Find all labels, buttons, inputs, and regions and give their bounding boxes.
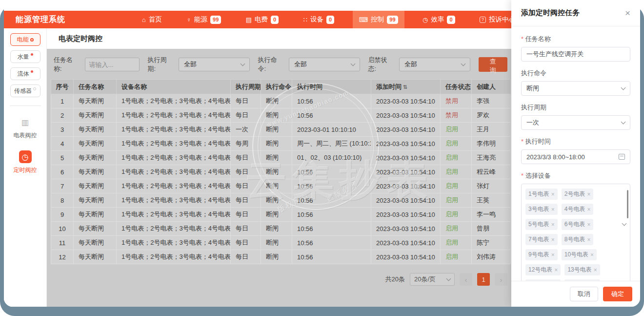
query-button[interactable]: 查询 bbox=[479, 57, 507, 72]
device-tag: 12号电表× bbox=[525, 264, 561, 275]
drawer-time-input[interactable]: 2023/3/3 8:00~18:00 bbox=[521, 149, 630, 164]
period-value: 一次 bbox=[526, 118, 539, 127]
bill-icon: ▤ bbox=[246, 16, 252, 23]
tag-remove-icon[interactable]: × bbox=[551, 222, 555, 228]
sidebar-item-timer-valve[interactable]: ◷定时阀控 bbox=[14, 150, 37, 174]
cell-status: 启用 bbox=[441, 222, 472, 236]
table-row[interactable]: 9每天断闸1号电表；2号电表；3号电表；4号电表；5号...每日断闸10:562… bbox=[51, 208, 511, 222]
page-size-select[interactable]: 20条/页 bbox=[410, 273, 455, 286]
nav-item-control[interactable]: ⌨控制99 bbox=[353, 11, 404, 28]
drawer-command-select[interactable]: 断闸 bbox=[521, 81, 630, 96]
table-row[interactable]: 11每天断闸1号电表；2号电表；3号电表；4号电表；5号...每日断闸10:56… bbox=[51, 236, 511, 250]
status-select-value: 全部 bbox=[404, 60, 417, 69]
drawer-task-name-input[interactable]: 一号生产线空调开关 bbox=[521, 47, 630, 62]
cell-period: 每周 bbox=[231, 137, 261, 151]
nav-item-label: 电费 bbox=[255, 15, 268, 24]
cell-task-name: 每天断闸 bbox=[74, 179, 117, 193]
cell-time: 10:56 bbox=[292, 165, 371, 179]
current-page-button[interactable]: 1 bbox=[477, 273, 490, 286]
period-select[interactable]: 全部 bbox=[179, 58, 249, 71]
sidebar-item-sensor[interactable]: 传感器 bbox=[10, 84, 40, 97]
scrollbar-thumb[interactable] bbox=[627, 190, 628, 218]
cell-task-name: 每天断闸 bbox=[74, 108, 117, 123]
nav-item-fee[interactable]: ▤电费0 bbox=[240, 11, 285, 28]
next-page-button[interactable]: › bbox=[495, 273, 507, 286]
device-tag-label: 4号电表 bbox=[564, 205, 585, 213]
device-tag: 8号电表× bbox=[562, 234, 594, 245]
drawer-period-select[interactable]: 一次 bbox=[521, 115, 630, 130]
cell-time: 10:56 bbox=[292, 94, 371, 108]
cell-no: 4 bbox=[51, 137, 74, 151]
sort-icon[interactable]: ⇅ bbox=[403, 84, 407, 90]
table-row[interactable]: 10每天断闸1号电表；2号电表；3号电表；4号电表；5号...每日断闸10:56… bbox=[51, 222, 511, 236]
confirm-button[interactable]: 确定 bbox=[603, 287, 632, 301]
nav-item-home[interactable]: ⌂首页 bbox=[136, 11, 168, 28]
cell-creator: 罗欢 bbox=[472, 108, 511, 123]
table-row[interactable]: 5每天断闸1号电表；2号电表；3号电表；4号电表；5号...每日断闸01、02、… bbox=[51, 151, 511, 165]
sidebar-item-power[interactable]: 电能 bbox=[10, 33, 40, 46]
tag-remove-icon[interactable]: × bbox=[551, 191, 555, 197]
nav-item-energy[interactable]: ♀能源99 bbox=[180, 11, 227, 28]
tag-remove-icon[interactable]: × bbox=[551, 237, 555, 243]
sidebar-item-meter-valve[interactable]: ▥电表阀控 bbox=[14, 116, 37, 140]
cell-devices: 1号电表；2号电表；3号电表；4号电表；5号... bbox=[117, 165, 231, 179]
tag-remove-icon[interactable]: × bbox=[587, 191, 590, 197]
tag-remove-icon[interactable]: × bbox=[590, 252, 594, 258]
table-row[interactable]: 7每天断闸1号电表；2号电表；3号电表；4号电表；5号...每日断闸10:562… bbox=[51, 179, 511, 193]
tag-remove-icon[interactable]: × bbox=[554, 267, 558, 273]
chevron-down-icon bbox=[621, 85, 626, 90]
cell-creator: 曾朋 bbox=[472, 222, 511, 236]
device-tag: 6号电表× bbox=[562, 219, 594, 230]
prev-page-button[interactable]: ‹ bbox=[460, 273, 472, 286]
tag-remove-icon[interactable]: × bbox=[587, 237, 590, 243]
cell-creator: 程云峰 bbox=[472, 165, 511, 179]
tag-remove-icon[interactable]: × bbox=[551, 252, 555, 258]
cell-status: 启用 bbox=[441, 236, 472, 250]
devices-label: 选择设备 bbox=[521, 171, 630, 180]
nav-item-device[interactable]: ∷设备0 bbox=[297, 11, 341, 28]
task-name-input[interactable] bbox=[85, 58, 140, 71]
task-name-label: 任务名称 bbox=[521, 35, 630, 43]
column-header: 设备名称 bbox=[117, 80, 231, 94]
table-row[interactable]: 8每天断闸1号电表；2号电表；3号电表；4号电表；5号...每日断闸10:562… bbox=[51, 193, 511, 208]
table-row[interactable]: 4每天断闸1号电表；2号电表；3号电表；4号电表；5号...每周断闸周一、周二、… bbox=[51, 137, 511, 151]
tag-remove-icon[interactable]: × bbox=[587, 222, 590, 228]
cell-added: 2023-03-03 10:54:10 bbox=[371, 123, 441, 137]
cell-no: 8 bbox=[51, 193, 74, 208]
cell-no: 1 bbox=[51, 94, 74, 108]
cell-devices: 1号电表；2号电表；3号电表；4号电表；5号... bbox=[117, 236, 231, 250]
table-row[interactable]: 2每天断闸1号电表；2号电表；3号电表；4号电表；5号...每日断闸10:562… bbox=[51, 108, 511, 123]
sidebar-item-fluid[interactable]: 流体 bbox=[10, 67, 40, 80]
cell-period: 每日 bbox=[231, 94, 261, 108]
column-header: 任务状态 bbox=[441, 80, 472, 94]
table-row[interactable]: 6每天断闸1号电表；2号电表；3号电表；4号电表；5号...每日断闸10:562… bbox=[51, 165, 511, 179]
table-row[interactable]: 3每天断闸1号电表；2号电表；3号电表；4号电表；5号...一次断闸2023-0… bbox=[51, 123, 511, 137]
sidebar-item-water[interactable]: 水量 bbox=[10, 50, 40, 63]
table-row[interactable]: 12每天断闸1号电表；2号电表；3号电表；4号电表；5号...每日断闸10:56… bbox=[51, 250, 511, 264]
tag-remove-icon[interactable]: × bbox=[551, 207, 555, 212]
table-row[interactable]: 1每天断闸1号电表；2号电表；3号电表；4号电表；5号...每日断闸10:562… bbox=[51, 94, 511, 108]
cell-no: 6 bbox=[51, 165, 74, 179]
cell-no: 5 bbox=[51, 151, 74, 165]
nav-item-label: 设备 bbox=[310, 15, 323, 24]
device-multiselect[interactable]: 1号电表×2号电表×3号电表×4号电表×5号电表×6号电表×7号电表×8号电表×… bbox=[521, 184, 630, 281]
pagination: 共20条 20条/页 ‹ 1 › bbox=[51, 273, 507, 286]
cancel-button[interactable]: 取消 bbox=[570, 287, 598, 301]
chevron-down-icon bbox=[461, 62, 465, 66]
nav-item-label: 效率 bbox=[431, 15, 444, 24]
clock-icon: ◷ bbox=[423, 16, 428, 23]
status-select[interactable]: 全部 bbox=[399, 58, 470, 71]
tag-remove-icon[interactable]: × bbox=[594, 267, 597, 273]
device-tag: 10号电表× bbox=[562, 249, 597, 260]
tag-remove-icon[interactable]: × bbox=[587, 207, 590, 212]
device-tag-label: 9号电表 bbox=[528, 251, 549, 259]
command-select[interactable]: 全部 bbox=[289, 58, 360, 71]
gray-ring-icon bbox=[33, 87, 36, 90]
cell-creator: 王月 bbox=[472, 123, 511, 137]
close-icon[interactable]: × bbox=[625, 8, 630, 18]
cell-command: 断闸 bbox=[261, 108, 292, 123]
cell-task-name: 每天断闸 bbox=[74, 165, 117, 179]
table-header: 序号任务名称设备名称执行周期执行命令执行时间添加时间⇅任务状态创建人 bbox=[51, 80, 511, 94]
nav-item-efficiency[interactable]: ◷效率0 bbox=[416, 11, 461, 28]
cell-added: 2023-03-03 10:54:10 bbox=[371, 208, 441, 222]
